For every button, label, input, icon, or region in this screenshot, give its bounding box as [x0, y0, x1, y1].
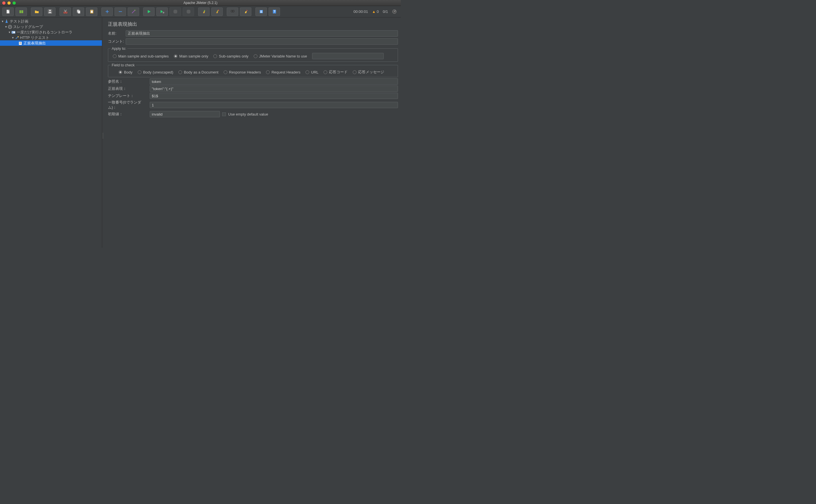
svg-point-21: [218, 10, 219, 11]
toggle-button[interactable]: [128, 7, 139, 16]
comment-label: コメント:: [108, 39, 126, 44]
clear-all-button[interactable]: [211, 7, 223, 16]
status-gauge-icon: [392, 9, 397, 14]
field-to-check-legend: Field to check: [110, 63, 136, 67]
cut-button[interactable]: [60, 7, 71, 16]
chevron-down-icon[interactable]: ▼: [1, 20, 4, 23]
use-empty-label: Use empty default value: [228, 112, 268, 116]
svg-rect-26: [260, 11, 262, 12]
clear-button[interactable]: [198, 7, 210, 16]
svg-point-23: [232, 10, 234, 12]
name-label: 名前:: [108, 31, 126, 36]
page-title: 正規表現抽出: [108, 21, 398, 27]
stop-button[interactable]: [169, 7, 181, 16]
match-no-input[interactable]: [150, 102, 398, 108]
copy-button[interactable]: [73, 7, 84, 16]
field-body-radio[interactable]: Body: [118, 70, 132, 74]
svg-marker-18: [187, 10, 190, 13]
field-body-unescaped-radio[interactable]: Body (unescaped): [138, 70, 173, 74]
apply-to-legend: Apply to:: [110, 46, 127, 51]
zoom-icon[interactable]: [13, 1, 16, 5]
comment-input[interactable]: [126, 38, 398, 45]
controller-icon: [11, 30, 15, 34]
tree-label: スレッドグループ: [13, 24, 43, 29]
template-label: テンプレート：: [108, 93, 148, 98]
tree-node-once-controller[interactable]: ▼ 一度だけ実行されるコントローラ: [0, 29, 102, 35]
svg-rect-11: [91, 11, 93, 13]
reset-search-button[interactable]: [240, 7, 252, 16]
use-empty-checkbox[interactable]: [222, 112, 226, 116]
warning-indicator: ▲ 0: [372, 9, 379, 14]
default-label: 初期値：: [108, 112, 148, 117]
default-value-input[interactable]: [150, 111, 220, 117]
jmeter-var-input[interactable]: [312, 53, 384, 59]
collapse-button[interactable]: [114, 7, 126, 16]
shutdown-button[interactable]: [183, 7, 194, 16]
field-body-doc-radio[interactable]: Body as a Document: [178, 70, 219, 74]
chevron-down-icon[interactable]: ▼: [8, 31, 11, 34]
toolbar: ? 00:00:01 ▲ 0 0/1: [0, 6, 401, 17]
svg-rect-38: [19, 43, 21, 43]
post-processor-icon: [18, 41, 22, 45]
svg-rect-36: [19, 42, 22, 45]
titlebar: Apache JMeter (5.2.1): [0, 0, 401, 6]
regex-input[interactable]: [150, 86, 398, 92]
tree-node-test-plan[interactable]: ▼ テスト計画: [0, 19, 102, 24]
tree-label: 正規表現抽出: [23, 41, 46, 46]
apply-to-group: Apply to: Main sample and sub-samples Ma…: [108, 46, 398, 62]
tree-node-regex-extractor[interactable]: 正規表現抽出: [0, 40, 102, 46]
save-button[interactable]: [44, 7, 55, 16]
svg-rect-1: [19, 10, 21, 13]
new-button[interactable]: [2, 7, 14, 16]
splitter-handle[interactable]: [102, 17, 104, 248]
templates-button[interactable]: [15, 7, 27, 16]
tree-label: HTTP リクエスト: [20, 35, 49, 40]
chevron-down-icon[interactable]: ▼: [5, 25, 7, 28]
start-button[interactable]: [143, 7, 154, 16]
tree-node-thread-group[interactable]: ▼ スレッドグループ: [0, 24, 102, 29]
close-icon[interactable]: [2, 1, 5, 5]
tree-node-http-request[interactable]: ▼ HTTP リクエスト: [0, 35, 102, 40]
apply-sub-only-radio[interactable]: Sub-samples only: [213, 54, 248, 58]
svg-rect-35: [12, 32, 13, 33]
svg-rect-37: [19, 42, 21, 43]
tree-label: 一度だけ実行されるコントローラ: [17, 30, 72, 35]
svg-rect-31: [6, 19, 7, 20]
function-helper-button[interactable]: [256, 7, 267, 16]
field-request-headers-radio[interactable]: Request Headers: [266, 70, 300, 74]
paste-button[interactable]: [86, 7, 97, 16]
open-button[interactable]: [31, 7, 42, 16]
search-button[interactable]: [227, 7, 238, 16]
template-input[interactable]: [150, 93, 398, 99]
regex-label: 正規表現：: [108, 86, 148, 91]
name-input[interactable]: [126, 30, 398, 37]
chevron-down-icon[interactable]: ▼: [11, 36, 14, 39]
minimize-icon[interactable]: [7, 1, 11, 5]
field-response-headers-radio[interactable]: Response Headers: [224, 70, 261, 74]
svg-rect-39: [19, 43, 21, 44]
field-to-check-group: Field to check Body Body (unescaped) Bod…: [108, 63, 398, 77]
svg-rect-12: [91, 9, 92, 10]
elapsed-time: 00:00:01: [354, 9, 368, 14]
svg-rect-0: [7, 10, 9, 13]
apply-main-only-radio[interactable]: Main sample only: [174, 54, 208, 58]
expand-button[interactable]: [101, 7, 113, 16]
tree-label: テスト計画: [10, 19, 28, 24]
field-resp-code-radio[interactable]: 応答コード: [324, 70, 348, 75]
window-controls: [2, 1, 16, 5]
tree-pane[interactable]: ▼ テスト計画 ▼ スレッドグループ ▼ 一度だけ実行されるコントローラ ▼ H…: [0, 17, 102, 248]
apply-main-and-sub-radio[interactable]: Main sample and sub-samples: [113, 54, 169, 58]
field-url-radio[interactable]: URL: [306, 70, 318, 74]
svg-rect-25: [260, 11, 262, 11]
svg-marker-17: [173, 10, 177, 13]
thread-group-icon: [8, 25, 12, 29]
thread-count: 0/1: [383, 9, 388, 14]
start-no-timers-button[interactable]: [156, 7, 168, 16]
apply-jmeter-var-radio[interactable]: JMeter Variable Name to use: [254, 54, 307, 58]
svg-rect-5: [49, 12, 51, 13]
window-title: Apache JMeter (5.2.1): [183, 1, 218, 5]
help-button[interactable]: ?: [269, 7, 280, 16]
svg-rect-27: [260, 12, 262, 13]
field-resp-msg-radio[interactable]: 応答メッセージ: [353, 70, 384, 75]
ref-name-input[interactable]: [150, 78, 398, 85]
